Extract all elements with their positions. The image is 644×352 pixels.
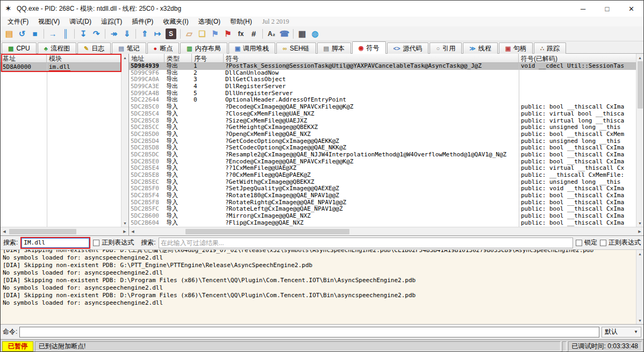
menu-item[interactable]: 收藏夹(I) [158,17,193,26]
symbol-row[interactable]: 5DC2B5C8 导入 ?Size@CxMemFile@@UAEJXZ publ… [129,118,636,125]
symbol-row[interactable]: 5D99CA3E 导出 4 DllRegisterServer [129,83,636,90]
symbol-row[interactable]: 5D99CA0A 导出 3 DllGetClassObject [129,76,636,83]
run-icon[interactable]: → [46,28,59,40]
symbol-row[interactable]: 5DC2B5D4 导入 ?GetCodecOption@CxImage@@QAE… [129,138,636,145]
font-a2-icon[interactable]: A₂ [265,28,278,40]
modules-horizontal-scrollbar[interactable]: ◀ ▶ [1,227,128,235]
tab-source[interactable]: <> 源代码 [387,42,429,54]
tab-graph[interactable]: ♣ 流程图 [38,42,76,54]
regex-checkbox[interactable] [93,240,99,246]
tab-cpu[interactable]: ▦ CPU [2,42,37,54]
scroll-down-icon[interactable]: ▼ [636,219,644,227]
tab-symbols[interactable]: ◉ 符号 [352,41,386,54]
symbol-row[interactable]: 5DC2B5E0 导入 ?Encode@CxImage@@QAE_NPAVCxF… [129,159,636,166]
menu-item[interactable]: 视图(V) [33,17,65,26]
menu-item[interactable]: 追踪(T) [96,17,127,26]
symbol-row[interactable]: 5DC2B604 导入 ?Flip@CxImage@@QAE_NXZ publi… [129,220,636,227]
symbol-row[interactable]: 5DC2B5F8 导入 ?RotateRight@CxImage@@QAE_NP… [129,199,636,206]
menu-item[interactable]: 文件(F) [3,17,33,26]
tab-script[interactable]: ▤ 脚本 [317,42,351,54]
hash-icon[interactable]: # [247,28,260,40]
sep[interactable] [262,29,263,39]
globe-icon[interactable]: ◍ [309,28,321,40]
phone-icon[interactable]: ☎ [278,28,291,40]
sep[interactable] [293,29,294,39]
sep[interactable] [44,29,44,39]
symbol-row[interactable]: 5DC2B5DC 导入 ?Resample2@CxImage@@QAE_NJJW… [129,152,636,159]
close-button[interactable]: ✕ [619,1,643,17]
tab-notes[interactable]: ▤ 笔记 [112,42,146,54]
tab-memory-map[interactable]: ▥ 内存布局 [180,42,227,54]
calculator-icon[interactable]: ▦ [296,28,309,40]
scrollbar-thumb[interactable] [638,61,643,109]
module-row[interactable]: 5D8A0000 im.dll [1,63,121,71]
restart-icon[interactable]: ↺ [16,28,28,40]
tab-seh-chain[interactable]: ∞ SEH链 [276,42,316,54]
scroll-right-icon[interactable]: ▶ [636,228,643,235]
symbol-row[interactable]: 5DC2B5D0 导入 ?Open@CxMemFile@@QAE_NXZ pub… [129,131,636,138]
patch-icon[interactable]: ▱ [183,28,196,40]
scroll-up-icon[interactable]: ▲ [121,54,129,61]
execute-till-return-icon[interactable]: ⇑ [138,28,151,40]
symbol-row[interactable]: 5DC2B5EC 导入 ?GetWidth@CxImage@@QBEKXZ pu… [129,179,636,186]
modules-vertical-scrollbar[interactable]: ▲ ▼ [121,54,128,227]
command-profile-select[interactable]: 默认 ▼ [602,327,641,337]
maximize-button[interactable]: □ [595,1,619,17]
scroll-down-icon[interactable]: ▼ [636,317,644,324]
open-file-icon[interactable]: ▤ [3,28,16,40]
pause-icon[interactable]: ║ [59,28,72,40]
run-to-selection-icon[interactable]: ↠ [108,28,120,40]
tab-threads[interactable]: ≫ 线程 [463,42,498,54]
scrollbar-thumb[interactable] [185,229,349,234]
comment-icon[interactable]: ❑ [196,28,209,40]
symbol-row[interactable]: 5DC2B5CC 导入 ?GetHeight@CxImage@@QBEKXZ p… [129,124,636,131]
regex2-checkbox[interactable] [600,240,606,246]
sep[interactable] [74,29,75,39]
tab-references[interactable]: ○ 引用 [430,42,462,54]
stop-icon[interactable]: ■ [28,28,41,40]
tab-log[interactable]: ✎ 日志 [77,42,111,54]
symbol-row[interactable]: 5DC2B5FC 导入 ?RotateLeft@CxImage@@QAE_NPA… [129,206,636,213]
symbol-row[interactable]: 5DC2B5D8 导入 ?SetCodecOption@CxImage@@QAE… [129,145,636,152]
symbol-row[interactable]: 5D99C9F6 导出 2 DllCanUnloadNow [129,70,636,77]
script-s-icon[interactable]: S [166,28,176,39]
sep[interactable] [105,29,105,39]
tab-breakpoints[interactable]: ● 断点 [147,42,180,54]
menu-item[interactable]: 帮助(H) [225,17,257,26]
symbol-row[interactable]: 5DC2B5F4 导入 ?Rotate180@CxImage@@QAE_NPAV… [129,192,636,199]
symbol-row[interactable]: 5DC2B5E8 导入 ??0CxMemFile@@QAE@PAEK@Z pub… [129,172,636,179]
symbols-vertical-scrollbar[interactable]: ▲ ▼ [636,54,643,227]
minimize-button[interactable]: ─ [571,1,595,17]
scroll-up-icon[interactable]: ▲ [636,250,644,257]
module-search-input[interactable] [22,238,89,248]
step-into-icon[interactable]: ↧ [77,28,90,40]
run-to-user-code-icon[interactable]: ↦ [151,28,164,40]
scroll-left-icon[interactable]: ◀ [129,228,137,235]
tab-trace[interactable]: ∴ 跟踪 [534,42,566,54]
menu-item[interactable]: 调试(D) [65,17,96,26]
symbol-row[interactable]: 5DC2B600 导入 ?Mirror@CxImage@@QAE_NXZ pub… [129,213,636,220]
tab-call-stack[interactable]: ▣ 调用堆栈 [228,42,275,54]
menu-item[interactable]: 选项(O) [194,17,225,26]
symbols-horizontal-scrollbar[interactable]: ◀ ▶ [129,227,643,235]
sep[interactable] [135,29,136,39]
scroll-up-icon[interactable]: ▲ [636,54,644,61]
symbol-row[interactable]: 5DC2B5E4 导入 ??1CxMemFile@@UAE@XZ public:… [129,165,636,172]
symbol-row[interactable]: 5DC2B5C0 导入 ?Decode@CxImage@@QAE_NPAVCxF… [129,104,636,111]
label-icon[interactable]: ⚑ [209,28,221,40]
symbol-row[interactable]: 5DC2B5C4 导入 ?Close@CxMemFile@@UAE_NXZ pu… [129,111,636,118]
function-fx-icon[interactable]: fx [234,28,247,40]
scrollbar-thumb[interactable] [9,229,76,234]
symbol-filter-input[interactable] [159,238,573,248]
command-input[interactable] [19,327,599,337]
symbol-row[interactable]: 5DC22644 导出 0 OptionalHeader.AddressOfEn… [129,97,636,104]
step-over-icon[interactable]: ↷ [90,28,103,40]
sep[interactable] [180,29,181,39]
tab-handles[interactable]: ▣ 句柄 [499,42,533,54]
menu-item[interactable]: 插件(P) [127,17,158,26]
step-down-icon[interactable]: ⇓ [120,28,133,40]
symbol-row[interactable]: 5D984939 导出 1 ?PostTask_Session@SessionT… [129,63,636,70]
bookmark-icon[interactable]: ⚑ [221,28,234,40]
scroll-down-icon[interactable]: ▼ [121,219,129,227]
log-vertical-scrollbar[interactable]: ▲ ▼ [636,250,643,324]
